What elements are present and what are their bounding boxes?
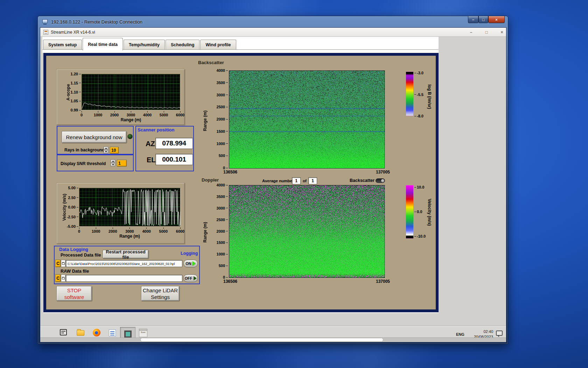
tab-real-time-data[interactable]: Real time data	[83, 38, 123, 50]
doppler-y-axis-label: Range (m)	[203, 216, 208, 248]
labview-window-title: StreamLine XR v14-6.vi	[51, 30, 95, 35]
on-label: ON	[186, 261, 191, 266]
backscatter-title: Backscatter	[198, 60, 224, 65]
remote-session: StreamLine XR v14-6.vi – □ × System setu…	[40, 28, 506, 342]
stop-software-button[interactable]: STOP software	[56, 286, 92, 301]
doppler-x-end: 137005	[376, 279, 390, 284]
front-panel-frame: A-scope 1.201.151.101.050.99 01000200030…	[43, 53, 439, 312]
raw-logging-off-button[interactable]: OFF	[183, 274, 198, 282]
backscatter-x-start: 136506	[223, 170, 237, 175]
horizontal-scrollbar-thumb[interactable]	[140, 338, 383, 342]
doppler-colorbar	[406, 185, 414, 239]
processed-path-field[interactable]: C:\Lidar\Data\Proc\2023\202308\20230820\…	[66, 260, 182, 267]
rays-spinner[interactable]	[104, 146, 108, 154]
doppler-heatmap	[229, 185, 385, 278]
scan-app-icon[interactable]: Scan	[139, 329, 147, 337]
maximize-button[interactable]: □	[478, 16, 488, 23]
az-label: AZ	[146, 140, 155, 148]
el-value-field[interactable]: 000.101	[155, 154, 193, 165]
change-line1: Change LiDAR	[143, 287, 178, 294]
doppler-y-ticks: 40003500300025002000150010005000	[211, 185, 228, 277]
backscatter-colorbar-label: log B (/m/sr)	[426, 77, 432, 116]
lv-restore-button[interactable]: □	[483, 29, 490, 35]
raw-browse-button[interactable]	[61, 274, 65, 282]
processed-data-file-label: Processed Data file	[61, 253, 101, 258]
rdp-caption-buttons: – □ ×	[468, 16, 505, 23]
on-led-icon	[192, 261, 196, 266]
ascope-plot	[82, 74, 180, 110]
rays-in-background-label: Rays in background	[64, 148, 105, 152]
off-led-icon	[194, 276, 197, 280]
backscatter-x-end: 137005	[376, 170, 390, 175]
raw-drive-button[interactable]: C	[55, 274, 61, 282]
average-number-field[interactable]: 1	[292, 177, 301, 184]
task-view-icon[interactable]	[60, 329, 67, 335]
doppler-heatmap-image	[229, 185, 385, 278]
rdp-window: 192.168.0.122 - Remote Desktop Connectio…	[37, 16, 508, 344]
backscatter-colorbar	[406, 71, 414, 116]
tab-wind-profile[interactable]: Wind profile	[200, 40, 236, 49]
labview-titlebar[interactable]: StreamLine XR v14-6.vi	[40, 28, 506, 37]
backscatter-toggle-switch[interactable]	[376, 178, 385, 183]
raw-path-field[interactable]	[66, 275, 182, 282]
backscatter-y-ticks: 40003500300025002000150010005000	[211, 70, 228, 168]
scan-app-label: Scan	[141, 331, 146, 333]
backscatter-heatmap	[229, 70, 385, 169]
doppler-colorbar-label: Velocity (m/s)	[426, 191, 432, 233]
tab-scheduling[interactable]: Scheduling	[166, 40, 200, 49]
velocity-x-ticks: 0100020003000400050006000	[79, 227, 180, 233]
rdp-titlebar[interactable]: 192.168.0.122 - Remote Desktop Connectio…	[38, 16, 508, 28]
logging-label: Logging	[181, 251, 198, 256]
minimize-button[interactable]: –	[468, 16, 478, 23]
front-panel: A-scope 1.201.151.101.050.99 01000200030…	[46, 56, 436, 309]
tab-strip: System setupReal time dataTemp/humidityS…	[43, 38, 237, 50]
raw-data-file-label: RAW Data file	[61, 269, 89, 274]
snr-spinner[interactable]	[111, 159, 115, 166]
rays-value-field[interactable]: 10	[110, 147, 119, 154]
ascope-y-ticks: 1.201.151.101.050.99	[64, 74, 81, 110]
backscatter-x-labels: 136506 137005	[229, 170, 384, 175]
off-label: OFF	[185, 276, 192, 280]
background-led-indicator	[127, 134, 133, 139]
backscatter-toggle-label: Backscatter	[350, 178, 374, 183]
processed-drive-button[interactable]: C	[55, 260, 61, 267]
labview-vi-icon	[43, 30, 48, 35]
remote-desktop-icon	[42, 19, 48, 25]
clock-time: 02:40	[483, 329, 493, 334]
backscatter-y-axis-label: Range (m)	[203, 105, 208, 137]
notepad-icon[interactable]	[109, 329, 116, 336]
velocity-x-axis-label: Range (m)	[79, 234, 180, 239]
change-line2: Settings	[151, 294, 170, 300]
close-button[interactable]: ×	[488, 16, 505, 23]
velocity-y-ticks: 5.002.500.00-2.50-5.00	[62, 188, 78, 226]
backscatter-heatmap-image	[229, 71, 385, 168]
stop-line1: STOP	[67, 287, 82, 294]
tab-system-setup[interactable]: System setup	[43, 40, 82, 49]
notification-chat-icon[interactable]	[496, 330, 503, 336]
average-number-label: Average number	[262, 179, 294, 183]
lv-minimize-button[interactable]: –	[468, 29, 474, 35]
ascope-x-axis-label: Range (m)	[82, 117, 180, 122]
lv-close-button[interactable]: ×	[499, 29, 505, 35]
average-total-field[interactable]: 1	[308, 177, 317, 184]
desktop: 192.168.0.122 - Remote Desktop Connectio…	[0, 0, 588, 368]
doppler-title: Doppler	[202, 177, 219, 183]
doppler-x-start: 136506	[223, 279, 237, 284]
processed-logging-on-button[interactable]: ON	[183, 260, 198, 267]
change-lidar-settings-button[interactable]: Change LiDAR Settings	[141, 286, 180, 301]
restart-processed-file-button[interactable]: Restart processed file	[103, 250, 149, 259]
az-value-field[interactable]: 078.994	[155, 138, 193, 149]
snr-value-field[interactable]: 1	[117, 160, 127, 166]
processed-browse-button[interactable]	[61, 260, 65, 267]
file-explorer-icon[interactable]	[77, 329, 84, 336]
ascope-x-ticks: 0100020003000400050006000	[82, 111, 180, 117]
renew-background-button[interactable]: Renew background now	[62, 131, 127, 143]
velocity-plot	[79, 188, 180, 226]
doppler-x-labels: 136506 137005	[229, 279, 384, 285]
snr-threshold-label: Display SNR threshold	[61, 161, 106, 166]
tab-temp-humidity[interactable]: Temp/humidity	[124, 40, 165, 49]
rdp-window-title: 192.168.0.122 - Remote Desktop Connectio…	[51, 19, 142, 25]
firefox-icon[interactable]	[93, 329, 100, 336]
data-logging-title: Data Logging	[59, 247, 88, 252]
scanner-position-title: Scanner position	[138, 127, 174, 132]
